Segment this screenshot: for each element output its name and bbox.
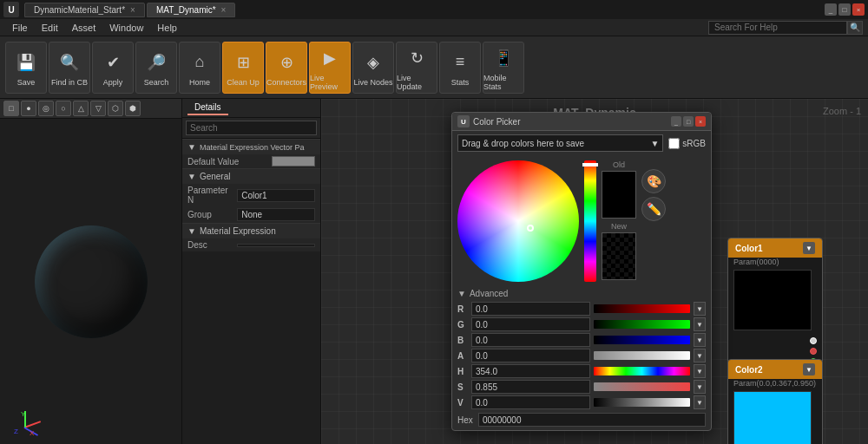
menu-asset[interactable]: Asset bbox=[65, 19, 103, 36]
desc-label: Desc bbox=[187, 240, 233, 250]
maximize-button[interactable]: □ bbox=[838, 3, 851, 16]
node-editor[interactable]: MAT_Dynamic Zoom - 1 Color1 ▼ Param(0000… bbox=[321, 99, 868, 444]
connectors-button[interactable]: ⊕ Connectors bbox=[266, 42, 307, 94]
help-search-input[interactable] bbox=[708, 21, 847, 35]
viewport-canvas[interactable]: X Y Z bbox=[0, 119, 181, 444]
live-update-icon: ↻ bbox=[403, 44, 431, 72]
a-input[interactable] bbox=[471, 349, 590, 362]
help-search-button[interactable]: 🔍 bbox=[847, 21, 863, 35]
close-tab-1[interactable]: × bbox=[130, 5, 135, 15]
s-input[interactable] bbox=[471, 380, 590, 394]
hex-input[interactable] bbox=[478, 413, 706, 427]
default-value-color[interactable] bbox=[272, 156, 315, 166]
cp-close-btn[interactable]: × bbox=[695, 116, 706, 127]
vp-btn7[interactable]: ⬡ bbox=[108, 101, 123, 116]
menu-help[interactable]: Help bbox=[150, 19, 184, 36]
group-value[interactable]: None bbox=[237, 208, 315, 221]
cp-minimize-btn[interactable]: _ bbox=[671, 116, 681, 127]
zoom-indicator: Zoom - 1 bbox=[823, 106, 861, 116]
parameter-name-value[interactable]: Color1 bbox=[237, 189, 315, 202]
close-button[interactable]: × bbox=[852, 3, 865, 16]
h-arrow[interactable]: ▼ bbox=[694, 364, 706, 378]
cp-title: Color Picker bbox=[473, 117, 669, 127]
general-header[interactable]: ▼ General bbox=[182, 168, 320, 184]
vp-unlit-btn[interactable]: ○ bbox=[56, 101, 71, 116]
s-bar[interactable] bbox=[594, 382, 690, 391]
vp-perspective-btn[interactable]: □ bbox=[3, 101, 19, 116]
v-arrow[interactable]: ▼ bbox=[694, 395, 706, 409]
mat-expr-vector-header[interactable]: ▼ Material Expression Vector Pa bbox=[182, 139, 320, 154]
live-nodes-button[interactable]: ◈ Live Nodes bbox=[352, 42, 394, 94]
stats-icon: ≡ bbox=[446, 49, 474, 76]
prop-search-input[interactable] bbox=[186, 121, 317, 135]
menu-edit[interactable]: Edit bbox=[35, 19, 65, 36]
v-field-row: V ▼ bbox=[457, 395, 706, 409]
h-input[interactable] bbox=[471, 364, 590, 378]
g-arrow[interactable]: ▼ bbox=[694, 317, 706, 331]
r-arrow[interactable]: ▼ bbox=[694, 302, 706, 316]
close-tab-2[interactable]: × bbox=[221, 5, 227, 15]
vp-btn5[interactable]: △ bbox=[73, 101, 89, 116]
r-input[interactable] bbox=[471, 302, 590, 316]
color2-subtext: Param(0.0,0.367,0.950) bbox=[728, 379, 822, 389]
hex-row: Hex bbox=[457, 413, 706, 427]
color1-expand[interactable]: ▼ bbox=[803, 242, 815, 254]
cp-srgb-checkbox[interactable] bbox=[668, 138, 680, 149]
live-nodes-icon: ◈ bbox=[359, 49, 387, 76]
collapse-icon: ▼ bbox=[187, 142, 196, 152]
search-icon: 🔎 bbox=[142, 49, 170, 76]
find-in-cb-button[interactable]: 🔍 Find in CB bbox=[49, 42, 90, 94]
b-bar[interactable] bbox=[594, 336, 690, 344]
g-bar[interactable] bbox=[594, 320, 690, 329]
search-button[interactable]: 🔎 Search bbox=[135, 42, 177, 94]
tab-dynamic-material-start[interactable]: DynamicMaterial_Start* × bbox=[24, 3, 145, 17]
a-bar[interactable] bbox=[594, 351, 690, 360]
vp-btn6[interactable]: ▽ bbox=[90, 101, 106, 116]
mat-expr-header[interactable]: ▼ Material Expression bbox=[182, 223, 320, 238]
home-button[interactable]: ⌂ Home bbox=[179, 42, 220, 94]
cleanup-button[interactable]: ⊞ Clean Up bbox=[222, 42, 264, 94]
live-update-button[interactable]: ↻ Live Update bbox=[396, 42, 437, 94]
minimize-button[interactable]: _ bbox=[825, 3, 837, 16]
color2-expand[interactable]: ▼ bbox=[803, 363, 815, 375]
details-tab[interactable]: Details bbox=[187, 101, 228, 115]
g-input[interactable] bbox=[471, 317, 590, 331]
save-button[interactable]: 💾 Save bbox=[5, 42, 47, 94]
cp-swatch-dropdown[interactable]: Drag & drop colors here to save ▼ bbox=[457, 134, 663, 152]
h-bar[interactable] bbox=[594, 367, 690, 375]
b-input[interactable] bbox=[471, 333, 590, 347]
cp-swatch-arrow: ▼ bbox=[650, 139, 659, 148]
cp-actions: 🎨 ✏️ bbox=[641, 160, 666, 282]
find-icon: 🔍 bbox=[56, 49, 83, 76]
live-preview-button[interactable]: ▶ Live Preview bbox=[309, 42, 351, 94]
s-arrow[interactable]: ▼ bbox=[694, 380, 706, 394]
vp-btn8[interactable]: ⬢ bbox=[125, 101, 141, 116]
b-arrow[interactable]: ▼ bbox=[694, 333, 706, 347]
v-input[interactable] bbox=[471, 395, 590, 409]
cleanup-icon: ⊞ bbox=[229, 49, 257, 76]
tab-mat-dynamic[interactable]: MAT_Dynamic* × bbox=[147, 3, 236, 17]
vp-wire-btn[interactable]: ◎ bbox=[38, 101, 54, 116]
g-field-row: G ▼ bbox=[457, 317, 706, 331]
advanced-toggle[interactable]: ▼ Advanced bbox=[457, 287, 706, 302]
desc-value[interactable] bbox=[237, 244, 315, 247]
vp-solid-btn[interactable]: ● bbox=[21, 101, 36, 116]
cp-restore-btn[interactable]: □ bbox=[683, 116, 694, 127]
a-label: A bbox=[457, 351, 468, 361]
v-bar[interactable] bbox=[594, 398, 690, 407]
cp-picker-btn[interactable]: ✏️ bbox=[641, 197, 666, 221]
hue-bar[interactable] bbox=[584, 160, 596, 282]
default-value-label: Default Value bbox=[187, 157, 268, 166]
mobile-stats-button[interactable]: 📱 Mobile Stats bbox=[483, 42, 524, 94]
menu-file[interactable]: File bbox=[5, 19, 35, 36]
color2-node[interactable]: Color2 ▼ Param(0.0,0.367,0.950) bbox=[727, 359, 823, 444]
color-wheel-container[interactable] bbox=[457, 160, 579, 282]
stats-button[interactable]: ≡ Stats bbox=[439, 42, 481, 94]
apply-icon: ✔ bbox=[99, 49, 127, 76]
menu-window[interactable]: Window bbox=[102, 19, 150, 36]
cp-eyedropper-btn[interactable]: 🎨 bbox=[641, 169, 666, 193]
apply-button[interactable]: ✔ Apply bbox=[92, 42, 134, 94]
a-arrow[interactable]: ▼ bbox=[694, 349, 706, 362]
r-bar[interactable] bbox=[594, 304, 690, 313]
color-wheel[interactable] bbox=[457, 160, 579, 282]
